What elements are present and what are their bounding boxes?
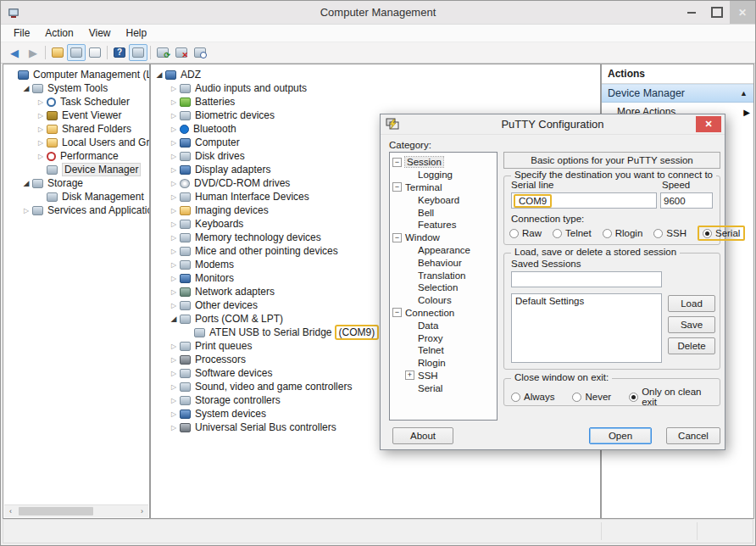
expander-icon[interactable]: ▷ (169, 234, 179, 242)
console-tree-item[interactable]: ◢ Storage (3, 176, 149, 190)
connection-type-radio[interactable]: Telnet (553, 228, 592, 238)
close-on-exit-radio[interactable]: Never (572, 392, 611, 402)
expander-icon[interactable]: ▷ (36, 125, 46, 133)
tree-toggle-icon[interactable] (405, 245, 414, 254)
category-tree-item[interactable]: Behaviour (390, 256, 497, 269)
expander-icon[interactable]: ▷ (169, 98, 179, 106)
open-button[interactable]: Open (589, 427, 652, 444)
tree-toggle-icon[interactable]: − (392, 182, 402, 192)
category-tree-item[interactable]: Colours (390, 294, 497, 307)
horizontal-scrollbar[interactable]: ‹ › (4, 504, 148, 517)
category-tree-item[interactable]: Logging (390, 169, 497, 181)
show-action-pane-icon[interactable] (129, 44, 147, 61)
category-tree-item[interactable]: − Window (390, 231, 497, 244)
expander-icon[interactable]: ▷ (169, 166, 179, 174)
saved-session-item[interactable]: Default Settings (512, 294, 661, 308)
tree-toggle-icon[interactable] (405, 333, 414, 343)
tree-toggle-icon[interactable] (405, 208, 414, 217)
console-tree-item[interactable]: ▷ Services and Applications (3, 203, 149, 217)
tree-toggle-icon[interactable]: − (392, 308, 402, 317)
connection-type-radio[interactable]: Rlogin (603, 228, 643, 238)
tree-toggle-icon[interactable] (405, 359, 414, 368)
tree-toggle-icon[interactable] (405, 270, 414, 280)
console-tree-item[interactable]: ▷ Shared Folders (3, 122, 149, 136)
console-tree-item[interactable]: Device Manager (3, 163, 149, 176)
expander-icon[interactable]: ▷ (169, 125, 179, 133)
expander-icon[interactable]: ▷ (169, 370, 179, 377)
console-tree-item[interactable]: ▷ Performance (3, 149, 149, 163)
close-button[interactable] (730, 1, 755, 24)
tree-toggle-icon[interactable]: − (392, 233, 402, 242)
forward-icon[interactable]: ▶ (24, 44, 42, 61)
tree-toggle-icon[interactable] (405, 283, 414, 292)
expander-icon[interactable]: ◢ (21, 84, 31, 92)
category-tree-item[interactable]: Data (390, 319, 497, 332)
device-tree-item[interactable]: ◢ ADZ (151, 68, 600, 81)
tree-toggle-icon[interactable] (405, 296, 414, 305)
serial-line-input[interactable]: COM9 (511, 192, 657, 209)
category-tree-item[interactable]: Translation (390, 269, 497, 281)
expander-icon[interactable]: ▷ (36, 98, 46, 106)
category-tree-item[interactable]: Selection (390, 281, 497, 294)
category-tree-item[interactable]: Appearance (390, 244, 497, 257)
scroll-left-icon[interactable]: ‹ (4, 507, 17, 515)
menu-file[interactable]: File (6, 27, 37, 39)
scan-hardware-changes-icon[interactable] (153, 44, 172, 61)
console-tree-item[interactable]: ▷ Local Users and Groups (3, 136, 149, 149)
tree-toggle-icon[interactable] (405, 195, 414, 204)
device-tree-item[interactable]: ▷ Audio inputs and outputs (151, 81, 600, 95)
radio-icon[interactable] (509, 229, 519, 238)
radio-icon[interactable] (511, 393, 520, 402)
category-tree-item[interactable]: − Terminal (390, 181, 497, 194)
save-button[interactable]: Save (668, 316, 715, 333)
menu-view[interactable]: View (81, 27, 119, 39)
category-tree-item[interactable]: Features (390, 219, 497, 231)
tree-toggle-icon[interactable]: − (392, 158, 402, 167)
expander-icon[interactable]: ▷ (169, 248, 179, 255)
actions-group-device-manager[interactable]: Device Manager ▲ (602, 84, 753, 103)
back-icon[interactable]: ◀ (5, 44, 24, 61)
tree-toggle-icon[interactable]: + (405, 370, 414, 380)
expander-icon[interactable]: ▷ (36, 153, 46, 160)
category-tree-item[interactable]: + SSH (390, 370, 497, 382)
more-actions-arrow-icon[interactable]: ▶ (743, 108, 750, 117)
connection-type-radio[interactable]: SSH (653, 228, 687, 238)
device-tree-item[interactable]: ▷ Batteries (151, 95, 600, 109)
expander-icon[interactable]: ▷ (36, 112, 46, 120)
expander-icon[interactable]: ▷ (169, 424, 179, 432)
category-tree-item[interactable]: Bell (390, 206, 497, 219)
menu-action[interactable]: Action (37, 27, 81, 39)
tree-toggle-icon[interactable] (405, 220, 414, 230)
cancel-button[interactable]: Cancel (666, 427, 720, 444)
expander-icon[interactable]: ◢ (169, 315, 179, 323)
delete-button[interactable]: Delete (668, 337, 715, 354)
console-tree-item[interactable]: Computer Management (Local (3, 68, 149, 81)
export-list-icon[interactable] (48, 44, 67, 61)
load-button[interactable]: Load (668, 295, 715, 312)
category-tree-item[interactable]: Keyboard (390, 193, 497, 206)
maximize-button[interactable] (704, 1, 730, 24)
saved-sessions-input[interactable] (511, 271, 662, 287)
expander-icon[interactable]: ◢ (154, 70, 164, 79)
expander-icon[interactable]: ▷ (21, 207, 31, 214)
about-button[interactable]: About (392, 427, 453, 444)
expander-icon[interactable]: ▷ (169, 383, 179, 391)
expander-icon[interactable]: ▷ (169, 220, 179, 228)
expander-icon[interactable]: ▷ (169, 112, 179, 120)
menu-help[interactable]: Help (119, 27, 155, 39)
category-tree-item[interactable]: Proxy (390, 332, 497, 344)
console-tree-item[interactable]: ◢ System Tools (3, 81, 149, 95)
expander-icon[interactable]: ▷ (169, 153, 179, 160)
expander-icon[interactable]: ▷ (169, 261, 179, 269)
expander-icon[interactable]: ▷ (169, 288, 179, 296)
close-on-exit-radio[interactable]: Always (511, 392, 554, 402)
radio-icon[interactable] (572, 393, 581, 402)
scrollbar-track[interactable] (17, 505, 136, 517)
radio-icon[interactable] (703, 229, 712, 238)
category-tree-item[interactable]: Serial (390, 382, 497, 394)
show-console-tree-icon[interactable] (67, 44, 86, 61)
tree-toggle-icon[interactable] (405, 170, 414, 180)
expander-icon[interactable]: ▷ (169, 275, 179, 282)
radio-icon[interactable] (603, 229, 612, 238)
tree-toggle-icon[interactable] (405, 383, 414, 393)
